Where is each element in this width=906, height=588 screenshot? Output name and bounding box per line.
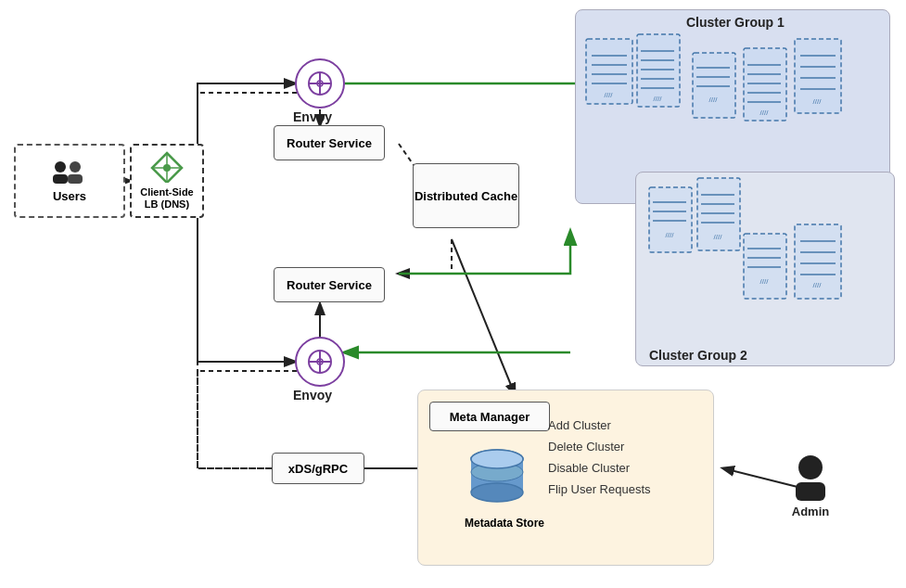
distributed-cache-label: Distributed Cache	[415, 189, 517, 203]
svg-point-60	[55, 161, 66, 173]
db-icon	[465, 446, 530, 511]
envoy-2-label: Envoy	[293, 388, 332, 403]
svg-line-5	[452, 239, 515, 394]
router-service-1-label: Router Service	[287, 136, 372, 150]
svg-text:////: ////	[714, 233, 723, 241]
xds-grpc-box: xDS/gRPC	[272, 453, 364, 484]
svg-text:////: ////	[605, 91, 614, 99]
xds-grpc-label: xDS/gRPC	[288, 462, 348, 476]
server-rack-cg1-2: ////	[635, 32, 686, 116]
svg-text:////: ////	[666, 231, 675, 239]
router-service-2: Router Service	[274, 267, 385, 302]
svg-point-82	[798, 455, 823, 479]
envoy-1-circle	[295, 58, 345, 109]
svg-rect-20	[693, 53, 735, 118]
server-rack-cg2-2: ////	[695, 176, 746, 260]
svg-rect-49	[744, 234, 786, 299]
flip-user-label: Flip User Requests	[548, 482, 651, 496]
server-rack-cg1-5: ////	[793, 37, 849, 121]
router-service-2-label: Router Service	[287, 278, 372, 292]
diagram: Cluster Group 1 Cluster Group 2 //// ///…	[0, 0, 906, 588]
server-rack-cg2-3: ////	[742, 232, 793, 306]
server-rack-cg1-4: ////	[742, 46, 793, 130]
client-side-lb: Client-Side LB (DNS)	[130, 144, 204, 218]
svg-text:////: ////	[813, 97, 823, 106]
add-cluster-label: Add Cluster	[548, 418, 651, 432]
svg-line-6	[723, 468, 798, 487]
users-label: Users	[53, 189, 86, 203]
svg-point-67	[163, 164, 171, 172]
envoy-1-icon	[305, 69, 335, 98]
cluster-group-1-label: Cluster Group 1	[686, 15, 785, 30]
svg-point-62	[70, 161, 81, 173]
svg-rect-63	[68, 174, 83, 184]
envoy-2-icon	[305, 347, 335, 377]
lb-icon	[150, 151, 184, 183]
svg-text:////: ////	[709, 96, 719, 104]
metadata-store-label: Metadata Store	[465, 517, 544, 530]
svg-point-78	[471, 483, 523, 502]
server-rack-cg1-3: ////	[691, 51, 742, 125]
server-rack-cg1-1: ////	[584, 37, 640, 111]
server-rack-cg2-1: ////	[647, 185, 698, 260]
router-service-1: Router Service	[274, 125, 385, 160]
svg-text:////: ////	[654, 95, 663, 103]
distributed-cache: Distributed Cache	[413, 163, 519, 228]
svg-text:////: ////	[813, 281, 823, 289]
svg-text:////: ////	[760, 277, 770, 286]
admin-figure: Admin	[788, 454, 833, 518]
client-side-lb-label: Client-Side LB (DNS)	[140, 186, 193, 211]
delete-cluster-label: Delete Cluster	[548, 440, 651, 454]
svg-rect-38	[649, 187, 692, 252]
svg-text:////: ////	[760, 109, 770, 117]
envoy-1-label: Envoy	[293, 109, 332, 124]
envoy-2-circle	[295, 337, 345, 387]
admin-icon	[788, 454, 833, 503]
users-box: Users	[14, 144, 125, 218]
server-rack-cg2-4: ////	[793, 223, 849, 306]
svg-rect-83	[796, 482, 825, 501]
users-icon	[49, 160, 90, 185]
cluster-group-2-label: Cluster Group 2	[649, 348, 747, 363]
admin-label: Admin	[792, 505, 829, 518]
meta-manager-panel: Meta Manager Add Cluster Delete Cluster …	[417, 390, 714, 566]
meta-manager-label: Meta Manager	[450, 410, 530, 424]
meta-manager-box: Meta Manager	[429, 402, 550, 431]
svg-rect-61	[53, 174, 68, 184]
disable-cluster-label: Disable Cluster	[548, 461, 651, 475]
svg-point-81	[471, 450, 523, 468]
